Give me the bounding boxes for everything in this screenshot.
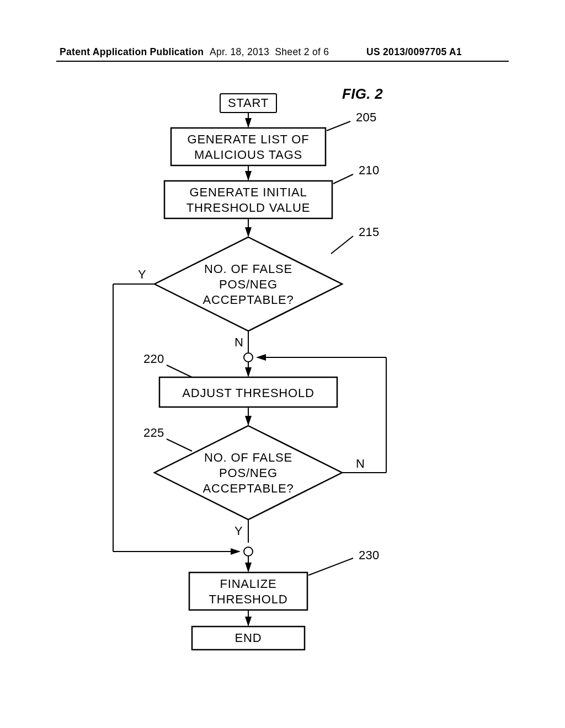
ref-225: 225 [143, 426, 164, 440]
header-rule [56, 61, 509, 62]
step-230: FINALIZE THRESHOLD [189, 572, 307, 610]
svg-text:GENERATE LIST OF: GENERATE LIST OF [187, 132, 309, 146]
publication-label: Patent Application Publication [60, 46, 204, 58]
step-210: GENERATE INITIAL THRESHOLD VALUE [164, 181, 332, 218]
svg-line-25 [167, 365, 192, 377]
svg-line-17 [331, 236, 353, 254]
end-node: END [192, 627, 305, 650]
dec225-yes: Y [234, 524, 243, 538]
svg-text:POS/NEG: POS/NEG [219, 277, 278, 291]
junction-top [244, 353, 253, 362]
svg-text:ACCEPTABLE?: ACCEPTABLE? [203, 293, 294, 307]
svg-line-31 [167, 439, 192, 451]
svg-text:ACCEPTABLE?: ACCEPTABLE? [203, 481, 294, 495]
svg-text:ADJUST THRESHOLD: ADJUST THRESHOLD [182, 386, 314, 400]
ref-220: 220 [143, 352, 164, 366]
svg-text:MALICIOUS TAGS: MALICIOUS TAGS [194, 148, 302, 162]
svg-text:NO. OF FALSE: NO. OF FALSE [204, 451, 292, 464]
svg-text:THRESHOLD VALUE: THRESHOLD VALUE [186, 201, 310, 215]
svg-line-40 [308, 558, 353, 575]
svg-text:GENERATE INITIAL: GENERATE INITIAL [190, 185, 307, 199]
ref-210: 210 [359, 163, 380, 177]
svg-text:END: END [235, 631, 262, 645]
svg-text:FINALIZE: FINALIZE [220, 577, 277, 591]
flowchart-svg: START GENERATE LIST OF MALICIOUS TAGS 20… [83, 88, 480, 673]
start-node: START [220, 94, 276, 113]
svg-text:NO. OF FALSE: NO. OF FALSE [204, 262, 292, 276]
svg-line-6 [327, 121, 350, 131]
svg-text:THRESHOLD: THRESHOLD [209, 592, 288, 606]
dec215-yes: Y [138, 267, 146, 281]
svg-text:START: START [228, 96, 269, 110]
publication-number: US 2013/0097705 A1 [366, 46, 462, 58]
junction-bottom [244, 547, 253, 556]
svg-text:POS/NEG: POS/NEG [219, 466, 278, 480]
publication-date-sheet: Apr. 18, 2013 Sheet 2 of 6 [210, 46, 329, 58]
step-205: GENERATE LIST OF MALICIOUS TAGS [171, 128, 326, 165]
dec225-no: N [356, 457, 365, 470]
decision-215: NO. OF FALSE POS/NEG ACCEPTABLE? [154, 237, 342, 331]
ref-205: 205 [356, 110, 377, 124]
decision-225: NO. OF FALSE POS/NEG ACCEPTABLE? [154, 426, 342, 520]
ref-230: 230 [359, 548, 380, 562]
step-220: ADJUST THRESHOLD [159, 377, 337, 407]
ref-215: 215 [359, 225, 380, 239]
svg-line-11 [333, 174, 353, 184]
dec215-no: N [234, 335, 243, 349]
